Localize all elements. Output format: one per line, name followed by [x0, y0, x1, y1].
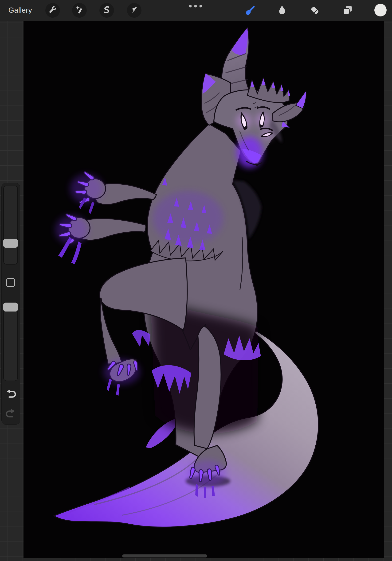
redo-arrow-icon: [5, 415, 16, 419]
ellipsis-icon: [188, 4, 203, 9]
smudge-tool-button[interactable]: [274, 3, 290, 18]
transform-button[interactable]: [127, 3, 142, 18]
paint-tool-button[interactable]: [242, 3, 257, 18]
home-indicator[interactable]: [122, 554, 207, 558]
modify-button[interactable]: [6, 278, 15, 287]
undo-arrow-icon: [5, 395, 16, 399]
opacity-slider-handle[interactable]: [3, 302, 18, 312]
top-toolbar: Gallery: [0, 0, 392, 21]
eraser-icon: [309, 5, 320, 16]
brush-size-slider[interactable]: [3, 186, 18, 265]
layers-icon: [342, 5, 353, 16]
brush-size-slider-handle[interactable]: [3, 239, 18, 248]
gallery-button[interactable]: Gallery: [9, 0, 32, 21]
color-button[interactable]: [373, 3, 388, 18]
paint-brush-icon: [244, 4, 255, 17]
opacity-slider[interactable]: [3, 302, 18, 381]
transform-arrow-icon: [130, 5, 139, 15]
erase-tool-button[interactable]: [307, 3, 322, 18]
adjustments-button[interactable]: [72, 3, 87, 18]
selection-s-icon: [102, 5, 111, 15]
smudge-finger-icon: [277, 5, 287, 16]
redo-button[interactable]: [5, 408, 16, 419]
magic-wand-icon: [75, 5, 84, 15]
undo-button[interactable]: [5, 388, 16, 399]
drawing-canvas[interactable]: [23, 21, 384, 558]
color-swatch-circle: [374, 3, 387, 18]
layers-button[interactable]: [340, 3, 355, 18]
creature-artwork: [23, 21, 384, 558]
canvas-menu-button[interactable]: [188, 0, 203, 14]
actions-button[interactable]: [45, 3, 60, 18]
selection-button[interactable]: [99, 3, 114, 18]
wrench-icon: [48, 5, 57, 15]
